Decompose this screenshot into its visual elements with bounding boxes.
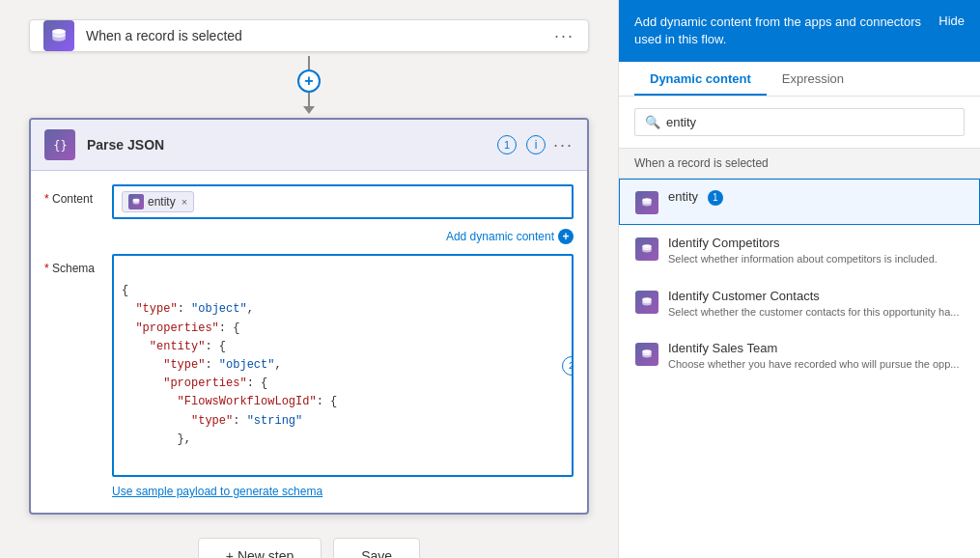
item-entity-content: entity 1 xyxy=(668,189,964,206)
database-icon xyxy=(50,27,68,44)
item-sales-team-content: Identify Sales Team Choose whether you h… xyxy=(668,341,964,372)
content-field-row: * Content entity × xyxy=(44,184,574,219)
entity-tag: entity × xyxy=(122,191,194,212)
trigger-icon xyxy=(43,20,74,51)
schema-code: { "type": "object", "properties": { "ent… xyxy=(122,264,564,467)
connector-arrow xyxy=(303,106,315,114)
content-label: * Content xyxy=(44,184,112,206)
item-sales-team-icon xyxy=(635,343,658,366)
sample-payload-link[interactable]: Use sample payload to generate schema xyxy=(112,485,322,498)
parse-card-body: * Content entity × xyxy=(31,171,587,513)
content-input[interactable]: entity × xyxy=(112,184,574,219)
item-competitors-content: Identify Competitors Select whether info… xyxy=(668,236,964,266)
entity-tag-label: entity xyxy=(148,195,176,209)
item-competitors-icon xyxy=(635,237,658,261)
search-icon: 🔍 xyxy=(645,115,660,129)
trigger-card: When a record is selected ··· xyxy=(29,19,589,52)
parse-dots-menu[interactable]: ··· xyxy=(553,135,574,155)
parse-step-number: 1 xyxy=(497,135,517,154)
schema-label: * Schema xyxy=(44,254,112,275)
parse-json-icon: {} xyxy=(44,129,75,160)
connector-line-bottom xyxy=(308,93,310,106)
hide-panel-button[interactable]: Hide xyxy=(938,14,965,28)
bottom-buttons: + New step Save xyxy=(198,538,420,558)
schema-field-row: * Schema { "type": "object", "properties… xyxy=(44,254,574,477)
item-customer-contacts-icon xyxy=(635,291,658,314)
item-competitors-title: Identify Competitors xyxy=(668,236,964,250)
flow-connector: + xyxy=(297,56,321,114)
section-header: When a record is selected xyxy=(619,148,980,179)
add-dynamic-row: Add dynamic content + xyxy=(44,229,574,244)
panel-header: Add dynamic content from the apps and co… xyxy=(619,0,980,62)
add-dynamic-content-button[interactable]: Add dynamic content + xyxy=(446,229,574,244)
schema-input[interactable]: { "type": "object", "properties": { "ent… xyxy=(112,254,574,477)
parse-card-header: {} Parse JSON 1 i ··· xyxy=(31,120,587,171)
trigger-dots-menu[interactable]: ··· xyxy=(554,26,574,46)
dynamic-item-sales-team[interactable]: Identify Sales Team Choose whether you h… xyxy=(619,330,980,382)
trigger-title: When a record is selected xyxy=(86,28,554,43)
add-dynamic-plus-icon: + xyxy=(558,229,574,244)
item-sales-team-desc: Choose whether you have recorded who wil… xyxy=(668,357,964,372)
search-box: 🔍 xyxy=(634,108,965,136)
parse-info-button[interactable]: i xyxy=(526,135,546,154)
connector-line-top xyxy=(308,56,310,70)
tab-dynamic-content[interactable]: Dynamic content xyxy=(634,62,767,96)
dynamic-item-entity[interactable]: entity 1 xyxy=(619,179,980,225)
dynamic-items-list: entity 1 Identify Competitors Select whe… xyxy=(619,179,980,558)
add-step-button[interactable]: + xyxy=(297,70,321,93)
dynamic-content-panel: Add dynamic content from the apps and co… xyxy=(618,0,980,558)
entity-tag-close[interactable]: × xyxy=(182,196,187,208)
curly-braces-icon: {} xyxy=(51,136,69,153)
item-customer-contacts-desc: Select whether the customer contacts for… xyxy=(668,305,964,320)
dynamic-item-competitors[interactable]: Identify Competitors Select whether info… xyxy=(619,225,980,277)
item-entity-badge: 1 xyxy=(708,190,723,206)
item-entity-icon xyxy=(635,191,658,214)
dynamic-item-customer-contacts[interactable]: Identify Customer Contacts Select whethe… xyxy=(619,278,980,330)
item-competitors-desc: Select whether information about competi… xyxy=(668,252,964,266)
item-sales-team-title: Identify Sales Team xyxy=(668,341,964,355)
tab-expression[interactable]: Expression xyxy=(767,62,859,96)
panel-tabs: Dynamic content Expression xyxy=(619,62,980,97)
parse-json-card: {} Parse JSON 1 i ··· * Content xyxy=(29,118,589,515)
save-button[interactable]: Save xyxy=(333,538,420,558)
item-customer-contacts-content: Identify Customer Contacts Select whethe… xyxy=(668,289,964,320)
flow-canvas: When a record is selected ··· + {} Parse… xyxy=(0,0,618,558)
entity-tag-icon xyxy=(128,194,144,209)
item-entity-title: entity 1 xyxy=(668,189,964,206)
parse-json-title: Parse JSON xyxy=(87,137,497,153)
add-dynamic-label: Add dynamic content xyxy=(446,230,554,243)
svg-text:{}: {} xyxy=(53,139,67,153)
new-step-button[interactable]: + New step xyxy=(198,538,322,558)
item-customer-contacts-title: Identify Customer Contacts xyxy=(668,289,964,303)
search-input[interactable] xyxy=(666,115,954,129)
panel-header-text: Add dynamic content from the apps and co… xyxy=(634,14,934,48)
